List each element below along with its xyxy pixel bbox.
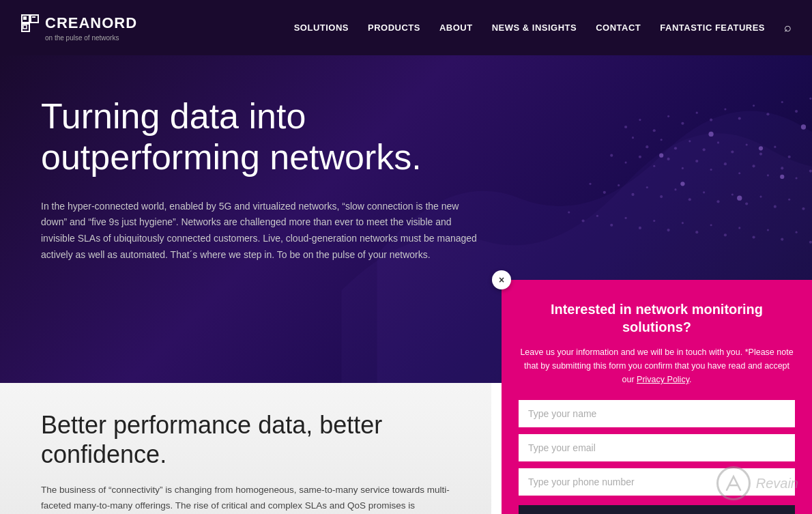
svg-point-72: [625, 217, 627, 219]
svg-point-12: [710, 119, 712, 122]
svg-point-11: [696, 112, 698, 114]
svg-point-75: [667, 229, 670, 231]
svg-point-17: [781, 101, 783, 103]
svg-point-74: [653, 220, 655, 222]
svg-point-10: [681, 122, 684, 125]
svg-point-91: [801, 124, 806, 129]
svg-point-63: [774, 205, 777, 208]
svg-point-68: [568, 211, 570, 213]
svg-point-19: [809, 98, 811, 100]
svg-point-41: [724, 162, 727, 165]
svg-point-57: [688, 198, 691, 201]
svg-point-22: [646, 145, 648, 148]
svg-point-84: [796, 231, 798, 233]
svg-point-92: [680, 182, 684, 186]
watermark: Revain: [716, 466, 798, 500]
svg-point-85: [809, 241, 812, 244]
svg-point-43: [753, 165, 755, 167]
svg-point-32: [788, 156, 791, 158]
logo-tagline: on the pulse of networks: [20, 34, 119, 42]
svg-point-70: [596, 215, 598, 217]
svg-point-81: [753, 235, 755, 238]
svg-point-46: [796, 177, 798, 179]
svg-point-29: [746, 143, 748, 145]
svg-point-37: [667, 158, 670, 160]
section2-text: The business of “connectivity” is changi…: [41, 483, 450, 514]
section2: Better performance data, better confiden…: [0, 383, 491, 514]
submit-button[interactable]: Submit: [519, 505, 795, 514]
svg-point-55: [660, 195, 663, 198]
svg-point-78: [710, 224, 712, 226]
svg-point-90: [759, 146, 763, 150]
svg-point-21: [632, 137, 634, 139]
popup-title: Interested in network monitoring solutio…: [519, 300, 795, 336]
name-input[interactable]: [519, 400, 795, 427]
svg-point-31: [774, 146, 776, 148]
svg-rect-2: [31, 15, 38, 23]
svg-point-23: [661, 139, 663, 141]
svg-rect-3: [32, 16, 35, 18]
svg-point-15: [753, 104, 755, 106]
svg-point-51: [603, 191, 606, 194]
svg-point-27: [717, 141, 719, 143]
nav-products[interactable]: PRODUCTS: [368, 23, 420, 33]
svg-point-94: [780, 175, 784, 179]
svg-point-80: [738, 227, 740, 229]
svg-point-45: [781, 167, 783, 169]
watermark-label: Revain: [756, 476, 798, 491]
svg-point-58: [703, 191, 705, 193]
svg-point-14: [738, 117, 741, 119]
svg-rect-1: [23, 16, 27, 20]
svg-point-40: [710, 169, 712, 171]
svg-point-71: [610, 224, 613, 227]
privacy-policy-link[interactable]: Privacy Policy: [637, 375, 689, 384]
svg-point-53: [631, 193, 634, 196]
watermark-icon: [716, 466, 751, 500]
svg-point-77: [695, 231, 698, 233]
nav-fantastic-features[interactable]: FANTASTIC FEATURES: [660, 23, 765, 33]
nav-solutions[interactable]: SOLUTIONS: [294, 23, 349, 33]
logo-text-group: CREANORD: [20, 14, 137, 33]
logo-icon: [20, 14, 40, 33]
svg-point-47: [809, 170, 812, 173]
svg-point-61: [745, 202, 748, 205]
svg-rect-5: [23, 25, 27, 29]
svg-point-7: [639, 119, 641, 121]
site-header: CREANORD on the pulse of networks SOLUTI…: [0, 0, 812, 55]
svg-point-82: [767, 229, 769, 231]
svg-point-83: [781, 238, 783, 241]
svg-point-89: [708, 132, 713, 137]
popup-close-button[interactable]: ×: [492, 270, 511, 289]
svg-point-25: [688, 140, 691, 142]
svg-point-54: [646, 186, 648, 188]
main-nav: SOLUTIONS PRODUCTS ABOUT NEWS & INSIGHTS…: [294, 20, 792, 35]
svg-point-65: [802, 208, 804, 210]
svg-point-18: [795, 110, 798, 113]
hero-title: Turning data into outperforming networks…: [41, 96, 505, 178]
logo-area[interactable]: CREANORD on the pulse of networks: [20, 14, 137, 42]
svg-point-13: [724, 108, 726, 110]
section2-title: Better performance data, better confiden…: [41, 410, 450, 469]
hero-content: Turning data into outperforming networks…: [41, 96, 505, 263]
email-input[interactable]: [519, 434, 795, 461]
svg-point-79: [724, 233, 727, 236]
svg-point-64: [788, 199, 790, 201]
svg-point-8: [653, 129, 656, 132]
svg-point-28: [731, 150, 734, 153]
svg-point-36: [653, 165, 655, 167]
nav-about[interactable]: ABOUT: [439, 23, 473, 33]
hero-description: In the hyper-connected world, enabled by…: [41, 199, 478, 263]
svg-point-38: [682, 167, 684, 169]
svg-point-35: [639, 156, 641, 158]
svg-point-26: [703, 148, 706, 151]
nav-news-insights[interactable]: NEWS & INSIGHTS: [492, 23, 577, 33]
nav-contact[interactable]: CONTACT: [596, 23, 641, 33]
svg-point-50: [589, 183, 591, 185]
search-icon[interactable]: ⌕: [784, 20, 792, 35]
svg-point-88: [659, 154, 663, 158]
svg-point-93: [737, 196, 742, 201]
popup-subtitle: Leave us your information and we will be…: [519, 345, 795, 386]
svg-point-42: [738, 172, 740, 174]
svg-point-60: [731, 193, 734, 195]
svg-point-56: [674, 188, 676, 190]
